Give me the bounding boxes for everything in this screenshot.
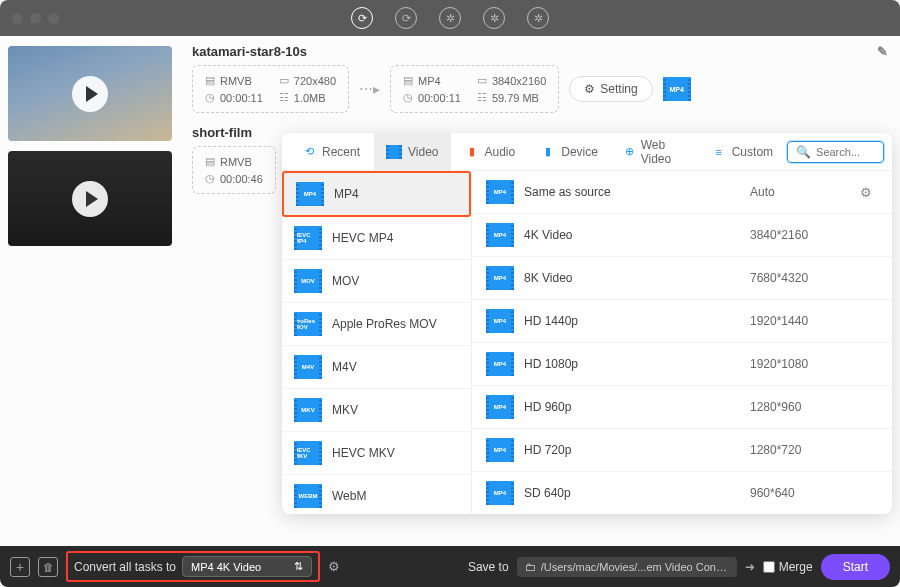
source-info-box: ▤RMVB ▭720x480 ◷00:00:11 ☷1.0MB <box>192 65 349 113</box>
resolution-item[interactable]: MP4HD 720p1280*720 <box>472 429 892 472</box>
resolution-label: Same as source <box>524 185 750 199</box>
format-item[interactable]: MKVMKV <box>282 389 471 432</box>
thumbnail-task-1[interactable] <box>8 46 172 141</box>
resolution-value: 960*640 <box>750 486 860 500</box>
resolution-value: 7680*4320 <box>750 271 860 285</box>
edit-icon[interactable]: ✎ <box>877 44 888 59</box>
format-label: HEVC MP4 <box>332 231 393 245</box>
format-item[interactable]: M4VM4V <box>282 346 471 389</box>
play-icon[interactable] <box>72 76 108 112</box>
resolution-item[interactable]: MP44K Video3840*2160 <box>472 214 892 257</box>
format-badge-icon[interactable]: MP4 <box>663 77 691 101</box>
format-badge-icon: MP4 <box>486 180 514 204</box>
start-button[interactable]: Start <box>821 554 890 580</box>
mode-convert-icon[interactable]: ⟳ <box>351 7 373 29</box>
format-badge-icon: MP4 <box>296 182 324 206</box>
web-icon: ⊕ <box>624 145 635 159</box>
save-path-field[interactable]: 🗀 /Users/mac/Movies/...em Video Converte… <box>517 557 737 577</box>
tab-device[interactable]: ▮Device <box>529 133 610 170</box>
close-window-icon[interactable] <box>12 13 23 24</box>
gear-icon[interactable]: ⚙ <box>328 559 340 574</box>
bottombar: + 🗑 Convert all tasks to MP4 4K Video ⇅ … <box>0 546 900 587</box>
mode-disc-icon[interactable]: ✲ <box>483 7 505 29</box>
delete-button[interactable]: 🗑 <box>38 557 58 577</box>
mode-download-icon[interactable]: ⟳ <box>395 7 417 29</box>
titlebar: ⟳ ⟳ ✲ ✲ ✲ <box>0 0 900 36</box>
format-item[interactable]: ProRes MOVApple ProRes MOV <box>282 303 471 346</box>
disk-icon: ☷ <box>477 91 487 104</box>
gear-icon[interactable]: ⚙ <box>860 185 878 200</box>
format-item[interactable]: HEVC MKVHEVC MKV <box>282 432 471 475</box>
tab-web-video[interactable]: ⊕Web Video <box>612 133 698 170</box>
clock-icon: ◷ <box>403 91 413 104</box>
tab-recent[interactable]: ⟲Recent <box>290 133 372 170</box>
resolution-label: 4K Video <box>524 228 750 242</box>
format-item[interactable]: HEVC MP4HEVC MP4 <box>282 217 471 260</box>
format-badge-icon: ProRes MOV <box>294 312 322 336</box>
chevron-updown-icon: ⇅ <box>294 560 303 573</box>
format-label: MKV <box>332 403 358 417</box>
format-list[interactable]: MP4MP4HEVC MP4HEVC MP4MOVMOVProRes MOVAp… <box>282 171 472 514</box>
minimize-window-icon[interactable] <box>30 13 41 24</box>
tab-custom[interactable]: ≡Custom <box>700 133 785 170</box>
sidebar <box>0 36 180 546</box>
format-badge-icon: MP4 <box>486 266 514 290</box>
window-controls <box>12 13 59 24</box>
convert-all-group: Convert all tasks to MP4 4K Video ⇅ <box>66 551 320 582</box>
open-folder-button[interactable]: ➜ <box>745 560 755 574</box>
play-icon[interactable] <box>72 181 108 217</box>
tab-video[interactable]: Video <box>374 133 450 170</box>
thumbnail-task-2[interactable] <box>8 151 172 246</box>
format-item[interactable]: WEBMWebM <box>282 475 471 514</box>
resolution-value: 1280*960 <box>750 400 860 414</box>
mode-edit-icon[interactable]: ✲ <box>439 7 461 29</box>
format-item[interactable]: MOVMOV <box>282 260 471 303</box>
search-icon: 🔍 <box>796 145 811 159</box>
task-title: short-film <box>192 125 252 140</box>
format-badge-icon: MP4 <box>486 438 514 462</box>
format-badge-icon: MP4 <box>486 481 514 505</box>
resolution-value: 1280*720 <box>750 443 860 457</box>
merge-checkbox[interactable]: Merge <box>763 560 813 574</box>
popup-tabs: ⟲Recent Video ▮Audio ▮Device ⊕Web Video … <box>282 133 892 171</box>
format-badge-icon: MOV <box>294 269 322 293</box>
resolution-icon: ▭ <box>279 74 289 87</box>
resolution-value: 1920*1440 <box>750 314 860 328</box>
format-item[interactable]: MP4MP4 <box>282 171 471 217</box>
disk-icon: ☷ <box>279 91 289 104</box>
audio-icon: ▮ <box>465 145 479 159</box>
resolution-icon: ▭ <box>477 74 487 87</box>
format-badge-icon: HEVC MKV <box>294 441 322 465</box>
tab-audio[interactable]: ▮Audio <box>453 133 528 170</box>
file-icon: ▤ <box>205 155 215 168</box>
folder-icon: 🗀 <box>525 561 536 573</box>
device-icon: ▮ <box>541 145 555 159</box>
convert-all-label: Convert all tasks to <box>74 560 176 574</box>
resolution-item[interactable]: MP4HD 1080p1920*1080 <box>472 343 892 386</box>
save-to-label: Save to <box>468 560 509 574</box>
format-badge-icon: MKV <box>294 398 322 422</box>
source-info-box: ▤RMVB ◷00:00:46 <box>192 146 276 194</box>
mode-toolbox-icon[interactable]: ✲ <box>527 7 549 29</box>
format-label: Apple ProRes MOV <box>332 317 437 331</box>
resolution-item[interactable]: MP4HD 1440p1920*1440 <box>472 300 892 343</box>
resolution-item[interactable]: MP4Same as sourceAuto⚙ <box>472 171 892 214</box>
arrow-right-icon: ⋯▸ <box>359 81 380 97</box>
search-input[interactable]: 🔍 <box>787 141 884 163</box>
format-badge-icon: HEVC MP4 <box>294 226 322 250</box>
format-label: MP4 <box>334 187 359 201</box>
maximize-window-icon[interactable] <box>48 13 59 24</box>
add-button[interactable]: + <box>10 557 30 577</box>
resolution-label: SD 640p <box>524 486 750 500</box>
convert-format-select[interactable]: MP4 4K Video ⇅ <box>182 556 312 577</box>
resolution-item[interactable]: MP4SD 640p960*640 <box>472 472 892 514</box>
resolution-label: HD 1080p <box>524 357 750 371</box>
format-label: MOV <box>332 274 359 288</box>
resolution-item[interactable]: MP4HD 960p1280*960 <box>472 386 892 429</box>
resolution-list[interactable]: MP4Same as sourceAuto⚙MP44K Video3840*21… <box>472 171 892 514</box>
resolution-label: HD 1440p <box>524 314 750 328</box>
video-icon <box>386 145 402 159</box>
setting-button[interactable]: ⚙ Setting <box>569 76 652 102</box>
resolution-item[interactable]: MP48K Video7680*4320 <box>472 257 892 300</box>
format-badge-icon: WEBM <box>294 484 322 508</box>
